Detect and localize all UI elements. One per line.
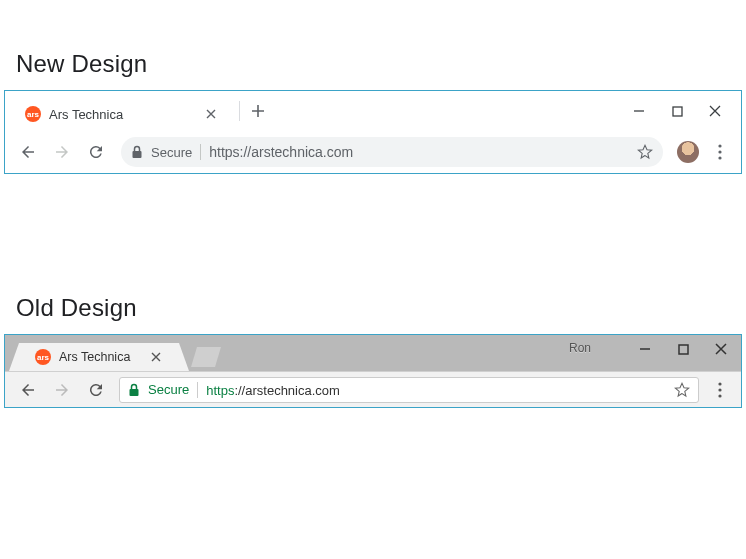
tab-strip: ars Ars Technica — [5, 91, 741, 131]
svg-point-7 — [718, 382, 721, 385]
tab-strip: ars Ars Technica Ron — [5, 335, 741, 371]
new-tab-button[interactable] — [244, 97, 272, 125]
svg-point-4 — [718, 156, 721, 159]
tab-title: Ars Technica — [59, 350, 143, 364]
forward-button[interactable] — [47, 137, 77, 167]
svg-rect-6 — [130, 389, 139, 396]
url-rest: ://arstechnica.com — [234, 383, 340, 398]
svg-rect-0 — [673, 107, 682, 116]
profile-name[interactable]: Ron — [569, 341, 591, 355]
svg-point-9 — [718, 394, 721, 397]
back-button[interactable] — [13, 375, 43, 405]
bookmark-star-icon[interactable] — [637, 144, 653, 160]
address-bar[interactable]: Secure https://arstechnica.com — [121, 137, 663, 167]
svg-point-2 — [718, 144, 721, 147]
url-text: https://arstechnica.com — [209, 144, 629, 160]
omnibox-divider — [197, 382, 198, 398]
favicon-ars-icon: ars — [25, 106, 41, 122]
maximize-icon[interactable] — [675, 341, 691, 357]
back-button[interactable] — [13, 137, 43, 167]
close-window-icon[interactable] — [713, 341, 729, 357]
omnibox-divider — [200, 144, 201, 160]
url-scheme: https — [206, 383, 234, 398]
address-bar[interactable]: Secure https://arstechnica.com — [119, 377, 699, 403]
forward-button[interactable] — [47, 375, 77, 405]
profile-avatar[interactable] — [677, 141, 699, 163]
window-controls — [637, 341, 729, 357]
heading-old-design: Old Design — [16, 294, 746, 322]
tab-title: Ars Technica — [49, 107, 195, 122]
tab-active[interactable]: ars Ars Technica — [9, 343, 189, 371]
browser-window-old: ars Ars Technica Ron Secure — [4, 334, 742, 408]
heading-new-design: New Design — [16, 50, 746, 78]
svg-rect-5 — [679, 345, 688, 354]
svg-point-8 — [718, 388, 721, 391]
close-tab-icon[interactable] — [203, 106, 219, 122]
url-text: https://arstechnica.com — [206, 381, 340, 399]
secure-label: Secure — [151, 145, 192, 160]
favicon-ars-icon: ars — [35, 349, 51, 365]
svg-point-3 — [718, 150, 721, 153]
maximize-icon[interactable] — [669, 103, 685, 119]
menu-button[interactable] — [707, 377, 733, 403]
reload-button[interactable] — [81, 375, 111, 405]
svg-rect-1 — [133, 151, 142, 158]
lock-icon — [128, 383, 140, 397]
bookmark-star-icon[interactable] — [674, 382, 690, 398]
close-tab-icon[interactable] — [151, 349, 161, 365]
toolbar: Secure https://arstechnica.com — [5, 371, 741, 407]
toolbar: Secure https://arstechnica.com — [5, 131, 741, 173]
secure-label: Secure — [148, 382, 189, 397]
menu-button[interactable] — [707, 139, 733, 165]
close-window-icon[interactable] — [707, 103, 723, 119]
lock-icon — [131, 145, 143, 159]
new-tab-button[interactable] — [191, 347, 221, 367]
window-controls — [631, 103, 741, 119]
reload-button[interactable] — [81, 137, 111, 167]
browser-window-new: ars Ars Technica Secu — [4, 90, 742, 174]
minimize-icon[interactable] — [637, 341, 653, 357]
minimize-icon[interactable] — [631, 103, 647, 119]
tab-divider — [239, 101, 240, 121]
tab-active[interactable]: ars Ars Technica — [11, 97, 231, 131]
